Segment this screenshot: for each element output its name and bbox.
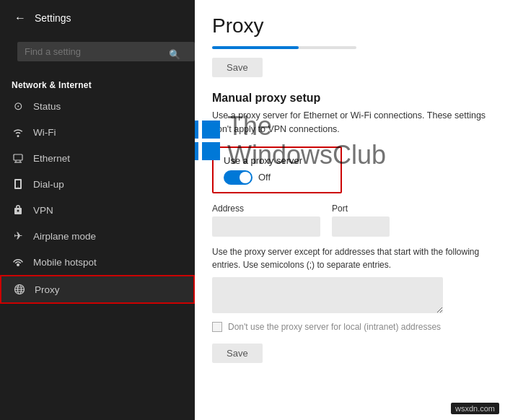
wifi-label: Wi-Fi bbox=[33, 127, 56, 138]
sidebar-item-proxy[interactable]: Proxy bbox=[0, 275, 195, 304]
port-field-group: Port bbox=[332, 204, 390, 237]
toggle-knob bbox=[240, 172, 251, 183]
proxy-server-label: Use a proxy server bbox=[224, 155, 330, 166]
toggle-state-label: Off bbox=[258, 172, 271, 183]
sidebar-item-dialup[interactable]: Dial-up bbox=[0, 171, 195, 197]
port-label: Port bbox=[332, 204, 390, 214]
sidebar-header: ← Settings bbox=[0, 0, 195, 36]
svg-rect-7 bbox=[195, 121, 198, 139]
proxy-label: Proxy bbox=[35, 284, 60, 295]
proxy-toggle[interactable] bbox=[224, 170, 252, 185]
manual-setup-heading: Manual proxy setup bbox=[212, 92, 488, 105]
sidebar-item-vpn[interactable]: VPN bbox=[0, 197, 195, 223]
vpn-icon bbox=[12, 204, 25, 216]
search-wrapper: 🔍 bbox=[9, 39, 186, 69]
svg-rect-9 bbox=[195, 142, 198, 160]
local-checkbox-label: Don't use the proxy server for local (in… bbox=[228, 322, 441, 332]
ethernet-label: Ethernet bbox=[33, 153, 70, 164]
vpn-label: VPN bbox=[33, 205, 53, 216]
save-top-button[interactable]: Save bbox=[212, 58, 263, 77]
network-internet-label: Network & Internet bbox=[0, 76, 195, 93]
main-content: The WindowsClub Proxy Save Manual proxy … bbox=[195, 0, 505, 420]
local-checkbox[interactable] bbox=[212, 322, 222, 332]
search-icon: 🔍 bbox=[169, 48, 180, 59]
local-checkbox-row: Don't use the proxy server for local (in… bbox=[212, 322, 488, 332]
back-button[interactable]: ← bbox=[12, 9, 29, 27]
sidebar-item-wifi[interactable]: Wi-Fi bbox=[0, 119, 195, 145]
progress-fill bbox=[212, 46, 299, 49]
ethernet-icon bbox=[12, 152, 25, 165]
svg-rect-0 bbox=[14, 154, 22, 160]
toggle-row: Off bbox=[224, 170, 330, 185]
port-input[interactable] bbox=[332, 216, 390, 237]
address-field-group: Address bbox=[212, 204, 320, 237]
sidebar-item-status[interactable]: ⊙ Status bbox=[0, 93, 195, 119]
status-label: Status bbox=[33, 101, 61, 112]
page-title: Proxy bbox=[212, 14, 488, 38]
save-bottom-button[interactable]: Save bbox=[212, 344, 263, 363]
proxy-icon bbox=[13, 283, 26, 296]
manual-setup-desc: Use a proxy server for Ethernet or Wi-Fi… bbox=[212, 109, 488, 136]
wifi-icon bbox=[12, 126, 25, 139]
sidebar-item-ethernet[interactable]: Ethernet bbox=[0, 145, 195, 171]
dialup-icon bbox=[12, 178, 25, 191]
sidebar: ← Settings 🔍 Network & Internet ⊙ Status… bbox=[0, 0, 195, 420]
sidebar-title-label: Settings bbox=[35, 12, 71, 24]
sidebar-item-airplane[interactable]: ✈ Airplane mode bbox=[0, 223, 195, 249]
progress-bar bbox=[212, 46, 356, 49]
airplane-icon: ✈ bbox=[12, 229, 25, 242]
proxy-server-box: Use a proxy server Off bbox=[212, 146, 342, 193]
wsxdn-badge: wsxdn.com bbox=[451, 403, 499, 414]
address-port-row: Address Port bbox=[212, 204, 488, 237]
address-label: Address bbox=[212, 204, 320, 214]
sidebar-item-hotspot[interactable]: Mobile hotspot bbox=[0, 249, 195, 275]
address-input[interactable] bbox=[212, 216, 320, 237]
dialup-label: Dial-up bbox=[33, 179, 64, 190]
hotspot-icon bbox=[12, 255, 25, 268]
airplane-label: Airplane mode bbox=[33, 231, 96, 242]
status-icon: ⊙ bbox=[12, 100, 25, 113]
exception-input[interactable] bbox=[212, 277, 443, 313]
hotspot-label: Mobile hotspot bbox=[33, 257, 97, 268]
except-desc: Use the proxy server except for addresse… bbox=[212, 245, 486, 271]
